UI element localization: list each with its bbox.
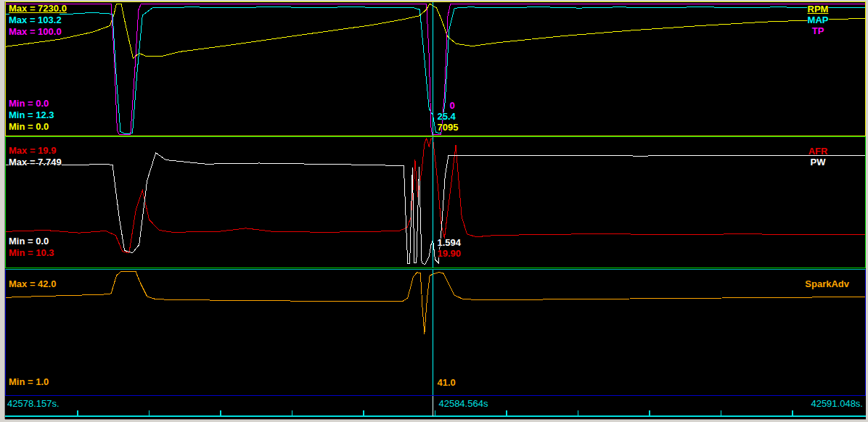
pane-fuel-cursor-values: 1.59419.90 — [437, 237, 461, 259]
legend-item-map[interactable]: MAP — [801, 15, 835, 25]
trace-pw — [6, 153, 865, 265]
pane-ignition-max-labels: Max = 42.0 — [9, 278, 56, 290]
log-viewer-window: Max = 7230.0Max = 103.2Max = 100.0 Min =… — [0, 0, 868, 422]
time-cursor-label: 42584.564s — [438, 398, 488, 409]
max-label-max-19.9: Max = 19.9 — [9, 145, 62, 157]
max-label-max-42.0: Max = 42.0 — [9, 278, 56, 290]
min-label-min-0.0: Min = 0.0 — [9, 236, 54, 247]
max-label-max-7230.0: Max = 7230.0 — [9, 3, 67, 15]
time-axis-canvas — [5, 396, 866, 418]
legend-item-sparkadv[interactable]: SparkAdv — [805, 278, 849, 289]
min-label-min-0.0: Min = 0.0 — [9, 121, 54, 133]
min-label-min-12.3: Min = 12.3 — [9, 109, 54, 121]
time-end-label: 42591.048s. — [811, 398, 863, 409]
pane-fuel[interactable]: Max = 19.9Max = 7.749 Min = 0.0Min = 10.… — [5, 136, 866, 268]
min-label-min-0.0: Min = 0.0 — [9, 98, 54, 109]
legend-item-rpm[interactable]: RPM — [801, 4, 835, 15]
pane-fuel-legend: AFRPW — [801, 146, 835, 167]
trace-tp — [6, 4, 865, 134]
fuel-trace-canvas[interactable] — [6, 137, 865, 268]
cursor-value-19.90: 19.90 — [437, 248, 461, 259]
cursor-value-41.0: 41.0 — [437, 377, 455, 388]
pane-engine-min-labels: Min = 0.0Min = 12.3Min = 0.0 — [9, 98, 54, 133]
min-label-min-1.0: Min = 1.0 — [9, 376, 49, 388]
max-label-max-100.0: Max = 100.0 — [9, 26, 67, 38]
pane-fuel-min-labels: Min = 0.0Min = 10.3 — [9, 236, 54, 259]
pane-ignition-legend: SparkAdv — [805, 278, 849, 289]
pane-ignition[interactable]: Max = 42.0 Min = 1.0 SparkAdv 41.0 — [5, 269, 866, 396]
legend-item-pw[interactable]: PW — [801, 157, 835, 167]
plot-area[interactable]: Max = 7230.0Max = 103.2Max = 100.0 Min =… — [5, 1, 866, 419]
legend-item-afr[interactable]: AFR — [801, 146, 835, 157]
engine-trace-canvas[interactable] — [6, 2, 865, 136]
pane-engine-max-labels: Max = 7230.0Max = 103.2Max = 100.0 — [9, 3, 67, 38]
legend-item-tp[interactable]: TP — [801, 25, 835, 36]
pane-engine-legend: RPMMAPTP — [801, 4, 835, 36]
cursor-value-7095: 7095 — [437, 122, 458, 133]
cursor-value-25.4: 25.4 — [437, 111, 458, 122]
pane-engine-cursor-values: 025.47095 — [437, 100, 458, 133]
cursor-value-1.594: 1.594 — [437, 237, 461, 248]
pane-engine[interactable]: Max = 7230.0Max = 103.2Max = 100.0 Min =… — [5, 1, 866, 136]
trace-rpm — [6, 4, 865, 58]
time-axis[interactable]: 42578.157s. 42584.564s 42591.048s. — [5, 396, 866, 418]
max-label-max-7.749: Max = 7.749 — [9, 157, 62, 168]
time-start-label: 42578.157s. — [7, 398, 60, 409]
pane-fuel-max-labels: Max = 19.9Max = 7.749 — [9, 145, 62, 168]
pane-ignition-cursor-values: 41.0 — [437, 377, 455, 388]
min-label-min-10.3: Min = 10.3 — [9, 247, 54, 259]
trace-sparkadv — [6, 272, 865, 334]
max-label-max-103.2: Max = 103.2 — [9, 15, 67, 26]
pane-ignition-min-labels: Min = 1.0 — [9, 376, 49, 388]
cursor-value-0: 0 — [437, 100, 458, 111]
ignition-trace-canvas[interactable] — [6, 270, 865, 395]
